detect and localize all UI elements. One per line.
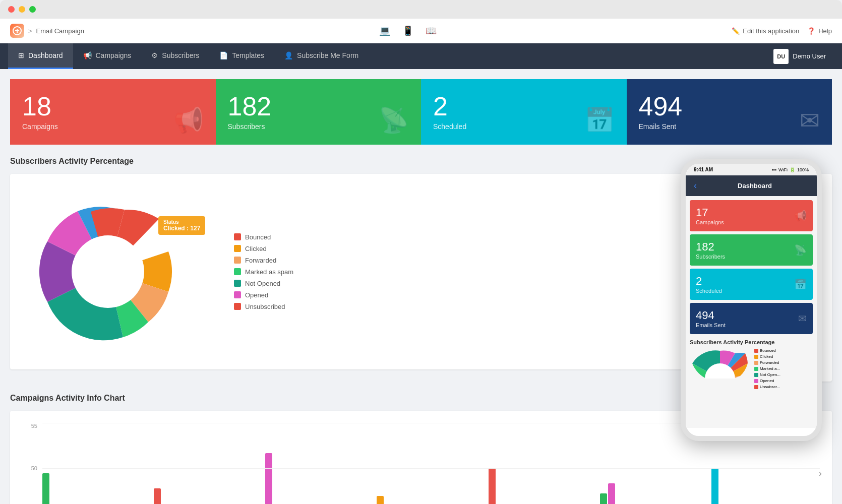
mobile-back-icon[interactable]: ‹ (694, 180, 697, 191)
tooltip-label: Status (163, 219, 200, 225)
help-icon: ❓ (807, 27, 815, 35)
ml-unsub (754, 385, 758, 389)
dashboard-icon: ⊞ (18, 51, 24, 59)
ml-clicked-label: Clicked (760, 354, 773, 359)
breadcrumb-arrow: > (28, 27, 32, 35)
nav-campaigns[interactable]: 📢 Campaigns (73, 43, 142, 69)
mobile-email-num: 494 (696, 309, 726, 322)
minimize-button[interactable] (19, 6, 25, 13)
nav-subscribers-label: Subscribers (162, 51, 199, 59)
bar-group-2 (154, 488, 262, 504)
user-area: DU Demo User (765, 45, 834, 68)
mobile-activity-title: Subscribers Activity Percentage (690, 339, 813, 345)
bar-group-3 (265, 453, 374, 504)
bar-2-1 (154, 488, 161, 504)
ml-spam-label: Marked a... (760, 366, 780, 371)
fullscreen-button[interactable] (29, 6, 36, 13)
window-chrome (0, 0, 842, 19)
help-button[interactable]: ❓ Help (807, 27, 832, 35)
unsubscribed-dot (234, 303, 241, 310)
nav-templates-label: Templates (232, 51, 264, 59)
emails-sent-card: 494 Emails Sent ✉ (627, 79, 832, 145)
ml-bounced-label: Bounced (760, 348, 776, 353)
laptop-icon[interactable]: 💻 (379, 25, 390, 36)
mobile-subs-icon: 📡 (794, 244, 807, 256)
mobile-donut (690, 348, 750, 379)
chart-legend: Bounced Clicked Forwarded Marked as spam… (234, 233, 293, 310)
ml-not-open-label: Not Open... (760, 372, 780, 377)
bounced-label: Bounced (245, 233, 271, 241)
activity-chart-card: Status Clicked : 127 (10, 174, 691, 369)
campaigns-card: 18 Campaigns 📢 (10, 79, 216, 145)
mobile-sched-num: 2 (696, 275, 722, 288)
top-bar-left: > Email Campaign (10, 24, 84, 38)
nav-subscribe-form[interactable]: 👤 Subscribe Me Form (274, 43, 369, 69)
emails-sent-label: Emails Sent (639, 122, 820, 131)
legend-unsubscribed: Unsubscribed (234, 303, 293, 310)
donut-tooltip: Status Clicked : 127 (158, 216, 205, 235)
user-avatar: DU (773, 49, 789, 64)
y-55: 55 (22, 423, 37, 429)
mobile-subs-label: Subscribers (696, 254, 725, 260)
mobile-subscribers-stat: 182 Subscribers 📡 (690, 234, 813, 266)
app-logo (10, 24, 24, 38)
bar-3-1 (265, 453, 272, 504)
mobile-campaigns-label: Campaigns (696, 219, 724, 225)
bar-6-1 (600, 493, 607, 504)
mobile-status-bar: 9:41 AM ▪▪▪ WiFi 🔋 100% (686, 164, 817, 175)
campaigns-icon: 📢 (83, 51, 92, 59)
bar-group-7 (711, 468, 820, 504)
chart-next-button[interactable]: › (819, 468, 822, 479)
emails-sent-number: 494 (639, 93, 820, 119)
y-50: 50 (22, 465, 37, 471)
forwarded-label: Forwarded (245, 257, 276, 264)
legend-opened: Opened (234, 291, 293, 299)
nav-templates[interactable]: 📄 Templates (209, 43, 274, 69)
form-icon: 👤 (284, 51, 293, 59)
reader-icon[interactable]: 📖 (426, 25, 437, 36)
close-button[interactable] (8, 6, 15, 13)
app-title: Email Campaign (36, 27, 84, 35)
donut-container: Status Clicked : 127 (22, 186, 214, 357)
main-content: 18 Campaigns 📢 182 Subscribers 📡 2 Sched… (0, 69, 842, 504)
ml-fwd-label: Forwarded (760, 360, 779, 365)
legend-clicked: Clicked (234, 245, 293, 253)
bar-5-1 (489, 468, 496, 504)
forwarded-dot (234, 257, 241, 264)
spam-label: Marked as spam (245, 268, 293, 276)
legend-not-opened: Not Opened (234, 280, 293, 287)
templates-icon: 📄 (219, 51, 228, 59)
mobile-title: Dashboard (701, 182, 809, 190)
y-axis: 55 50 45 (22, 423, 40, 504)
mobile-content: 17 Campaigns 📢 182 Subscribers 📡 2 Sch (686, 196, 817, 428)
mobile-nav: ‹ Dashboard (686, 175, 817, 196)
user-name: Demo User (793, 52, 826, 60)
spam-dot (234, 268, 241, 275)
opened-dot (234, 291, 241, 298)
mobile-campaigns-icon: 📢 (794, 210, 807, 222)
nav-dashboard[interactable]: ⊞ Dashboard (8, 43, 73, 69)
mobile-mini-chart: Bounced Clicked Forwarded Marked a... No… (690, 348, 813, 389)
device-switcher: 💻 📱 📖 (379, 25, 437, 36)
ml-bounced (754, 349, 758, 353)
subscribers-card: 182 Subscribers 📡 (216, 79, 422, 145)
ml-not-open (754, 373, 758, 377)
help-label: Help (818, 27, 832, 35)
donut-chart (22, 186, 194, 357)
mobile-time: 9:41 AM (694, 167, 713, 172)
legend-forwarded: Forwarded (234, 257, 293, 264)
wifi-icon: WiFi (778, 167, 788, 172)
opened-label: Opened (245, 291, 268, 299)
mobile-sched-label: Scheduled (696, 288, 722, 294)
nav-subscribers[interactable]: ⚙ Subscribers (141, 43, 209, 69)
subscribers-card-icon: 📡 (379, 106, 409, 135)
mobile-scheduled-stat: 2 Scheduled 📅 (690, 269, 813, 300)
scheduled-card: 2 Scheduled 📅 (421, 79, 627, 145)
battery-level: 100% (797, 167, 809, 172)
tablet-icon[interactable]: 📱 (402, 25, 413, 36)
battery-icon: 🔋 (790, 167, 795, 172)
ml-forwarded (754, 361, 758, 365)
edit-application-button[interactable]: ✏️ Edit this application (732, 27, 799, 35)
mobile-campaigns-stat: 17 Campaigns 📢 (690, 200, 813, 231)
not-opened-dot (234, 280, 241, 287)
